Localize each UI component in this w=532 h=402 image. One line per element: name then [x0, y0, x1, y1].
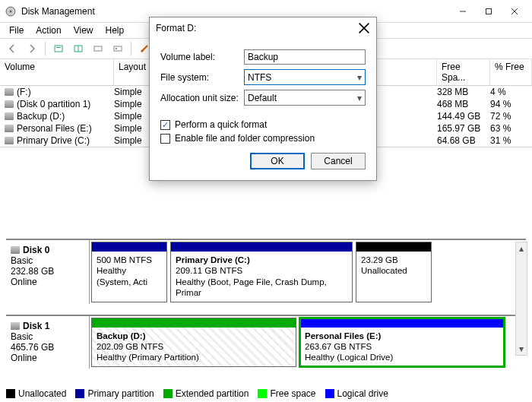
- svg-rect-12: [116, 48, 117, 49]
- svg-rect-11: [114, 46, 122, 51]
- disk-size: 465.76 GB: [11, 342, 84, 353]
- volume-pct: 72 %: [490, 111, 532, 122]
- disk-icon: [5, 100, 14, 108]
- filesystem-value: NTFS: [248, 72, 271, 83]
- partition[interactable]: Backup (D:) 202.09 GB NTFS Healthy (Prim…: [91, 318, 296, 367]
- volume-name: (Disk 0 partition 1): [17, 99, 90, 109]
- svg-rect-10: [94, 46, 102, 51]
- partition-size: 23.29 GB: [361, 255, 426, 265]
- compression-label: Enable file and folder compression: [175, 133, 315, 144]
- allocation-label: Allocation unit size:: [160, 93, 244, 103]
- disk-icon: [11, 322, 20, 330]
- quick-format-checkbox[interactable]: Perform a quick format: [160, 119, 366, 130]
- disk-status: Online: [11, 277, 84, 287]
- window-title: Disk Management: [21, 6, 450, 17]
- chevron-down-icon: ▾: [357, 72, 362, 83]
- toolbar-btn-1[interactable]: [49, 40, 68, 57]
- disk-icon: [5, 112, 14, 120]
- menu-action[interactable]: Action: [30, 25, 67, 36]
- scrollbar[interactable]: ▴ ▾: [515, 242, 527, 356]
- disk-name: Disk 0: [11, 245, 84, 255]
- partition[interactable]: 500 MB NTFS Healthy (System, Acti: [91, 242, 167, 302]
- svg-point-1: [10, 10, 12, 12]
- toolbar-btn-3[interactable]: [89, 40, 107, 57]
- disk-type: Basic: [11, 255, 84, 266]
- back-button[interactable]: [3, 40, 21, 57]
- partition-name: Primary Drive (C:): [176, 255, 347, 265]
- menu-view[interactable]: View: [68, 25, 100, 36]
- menu-help[interactable]: Help: [100, 25, 131, 36]
- volume-pct: 94 %: [490, 99, 532, 109]
- filesystem-label: File system:: [160, 72, 244, 83]
- ok-button[interactable]: OK: [250, 153, 305, 169]
- volume-free: 165.97 GB: [437, 123, 490, 134]
- checkbox-icon: [160, 134, 170, 144]
- volume-label-label: Volume label:: [160, 52, 244, 62]
- volume-name: Primary Drive (C:): [17, 135, 90, 146]
- disk-status: Online: [11, 353, 84, 363]
- legend-unallocated: Unallocated: [18, 388, 66, 399]
- partition-size: 209.11 GB NTFS: [176, 265, 347, 276]
- volume-free: 64.68 GB: [437, 135, 490, 146]
- toolbar-btn-2[interactable]: [69, 40, 87, 57]
- dialog-title: Format D:: [156, 23, 358, 33]
- legend-logical: Logical drive: [337, 388, 388, 399]
- partition-header: [92, 318, 296, 328]
- volume-free: 328 MB: [437, 87, 490, 97]
- disk-name: Disk 1: [11, 321, 84, 331]
- toolbar-btn-4[interactable]: [109, 40, 127, 57]
- volume-pct: 4 %: [490, 87, 532, 97]
- col-pctfree[interactable]: % Free: [490, 59, 532, 85]
- close-button[interactable]: [502, 3, 527, 20]
- volume-pct: 63 %: [490, 123, 532, 134]
- disk-row: Disk 0 Basic 232.88 GB Online 500 MB NTF…: [6, 239, 526, 304]
- volume-free: 468 MB: [437, 99, 490, 109]
- dialog-close-button[interactable]: [358, 22, 370, 34]
- svg-rect-7: [56, 47, 61, 48]
- partition-header: [171, 242, 352, 252]
- partition[interactable]: Primary Drive (C:) 209.11 GB NTFS Health…: [170, 242, 353, 302]
- scroll-down-icon[interactable]: ▾: [516, 343, 527, 355]
- partition[interactable]: 23.29 GB Unallocated: [356, 242, 432, 302]
- partition-header: [92, 242, 166, 252]
- scroll-up-icon[interactable]: ▴: [516, 242, 527, 255]
- menu-file[interactable]: File: [3, 25, 30, 36]
- partition-size: 263.67 GB NTFS: [305, 341, 499, 352]
- disk-icon: [11, 246, 20, 254]
- partition-name: Personal Files (E:): [305, 331, 499, 341]
- compression-checkbox[interactable]: Enable file and folder compression: [160, 133, 366, 144]
- disk-map: Disk 0 Basic 232.88 GB Online 500 MB NTF…: [6, 239, 526, 379]
- filesystem-select[interactable]: NTFS ▾: [244, 69, 366, 85]
- volume-name: (F:): [17, 87, 31, 97]
- allocation-value: Default: [248, 93, 277, 103]
- legend-primary: Primary partition: [87, 388, 154, 399]
- disk-size: 232.88 GB: [11, 266, 84, 277]
- col-volume[interactable]: Volume: [0, 59, 114, 85]
- legend: Unallocated Primary partition Extended p…: [6, 388, 388, 399]
- svg-point-13: [141, 50, 144, 52]
- disk-icon: [5, 137, 14, 144]
- volume-free: 144.49 GB: [437, 111, 490, 122]
- partition[interactable]: Personal Files (E:) 263.67 GB NTFS Healt…: [299, 318, 505, 367]
- volume-label-input[interactable]: [244, 49, 366, 65]
- checkbox-icon: [160, 120, 170, 130]
- allocation-select[interactable]: Default ▾: [244, 90, 366, 106]
- disk-type: Basic: [11, 331, 84, 342]
- minimize-button[interactable]: [450, 3, 476, 20]
- app-icon: [5, 5, 17, 17]
- maximize-button[interactable]: [476, 3, 502, 20]
- volume-name: Personal Files (E:): [17, 123, 92, 134]
- partition-status: Unallocated: [361, 265, 426, 276]
- legend-freespace: Free space: [270, 388, 315, 399]
- disk-icon: [5, 88, 14, 96]
- partition-header: [356, 242, 431, 252]
- legend-extended: Extended partition: [176, 388, 249, 399]
- col-freespace[interactable]: Free Spa...: [437, 59, 490, 85]
- partition-status: Healthy (Boot, Page File, Crash Dump, Pr…: [176, 277, 347, 299]
- forward-button[interactable]: [23, 40, 41, 57]
- partition-size: 202.09 GB NTFS: [97, 341, 291, 352]
- disk-row: Disk 1 Basic 465.76 GB Online Backup (D:…: [6, 315, 526, 369]
- format-dialog: Format D: Volume label: File system: NTF…: [149, 17, 377, 181]
- quick-format-label: Perform a quick format: [175, 119, 267, 130]
- cancel-button[interactable]: Cancel: [311, 153, 366, 169]
